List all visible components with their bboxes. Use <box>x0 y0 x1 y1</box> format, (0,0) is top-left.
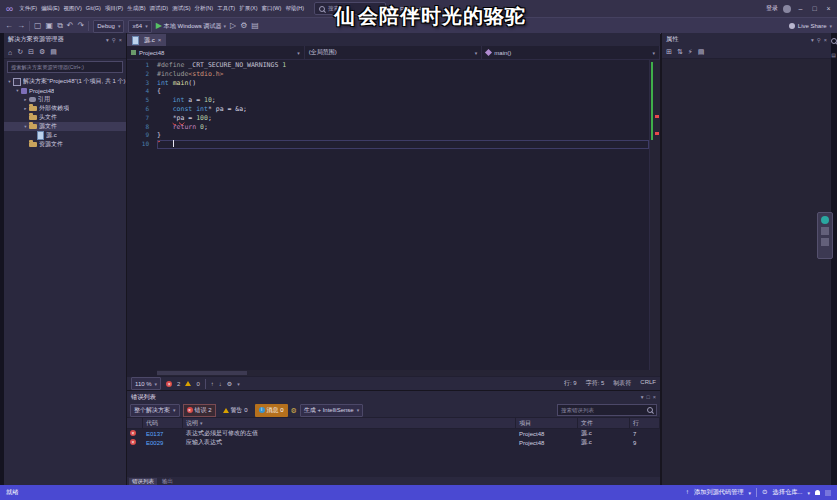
editor-tab[interactable]: 源.c × <box>127 34 166 46</box>
code-line[interactable]: 7 *pa = 100; <box>127 114 649 123</box>
close-icon[interactable]: × <box>653 394 656 400</box>
file-column-header[interactable]: 文件 <box>578 418 630 428</box>
scrollbar-thumb[interactable] <box>157 371 247 375</box>
pin-icon[interactable]: ⚲ <box>112 37 116 43</box>
editor-horizontal-scrollbar[interactable] <box>157 370 650 376</box>
expander-icon[interactable]: ▸ <box>22 106 29 111</box>
grid-tool-icon[interactable]: ▤ <box>251 22 259 30</box>
tree-item[interactable]: ▾解决方案"Project48"(1 个项目, 共 1 个) <box>4 77 126 86</box>
messages-filter-button[interactable]: 消息 0 <box>255 404 288 417</box>
tab-output[interactable]: 输出 <box>159 478 176 485</box>
tree-item[interactable]: ▸外部依赖项 <box>4 104 126 113</box>
tree-item[interactable]: 头文件 <box>4 113 126 122</box>
scope-dropdown[interactable]: (全局范围) ▾ <box>305 46 483 59</box>
code-editor[interactable]: 1#define _CRT_SECURE_NO_WARNINGS 12#incl… <box>127 60 660 376</box>
eol-indicator[interactable]: CRLF <box>640 379 656 388</box>
tree-item[interactable]: 资源文件 <box>4 140 126 149</box>
add-to-source-control-button[interactable]: 添加到源代码管理 <box>694 488 744 497</box>
expander-icon[interactable]: ▾ <box>22 124 29 129</box>
minimize-button[interactable]: – <box>796 5 805 12</box>
save-all-icon[interactable]: ⧉ <box>57 22 63 30</box>
save-icon[interactable]: ▣ <box>46 22 54 30</box>
line-column-header[interactable]: 行 <box>630 418 660 428</box>
categorized-icon[interactable]: ⊞ <box>666 48 672 56</box>
code-line[interactable]: 4{ <box>127 87 649 96</box>
menu-item[interactable]: 视图(V) <box>62 3 84 14</box>
code-line[interactable]: 6 const int* pa = &a; <box>127 105 649 114</box>
indent-indicator[interactable]: 制表符 <box>613 379 631 388</box>
errors-filter-button[interactable]: 错误 2 <box>183 404 216 417</box>
scope-filter-dropdown[interactable]: 整个解决方案 ▾ <box>130 404 180 417</box>
live-share-button[interactable]: Live Share ▾ <box>789 23 832 29</box>
tree-item[interactable]: ▾Project48 <box>4 86 126 95</box>
project-dropdown[interactable]: Project48 ▾ <box>127 46 305 59</box>
property-pages-icon[interactable]: ⚡ <box>688 48 693 56</box>
solution-explorer-header[interactable]: 解决方案资源管理器 ▾ ⚲ × <box>4 33 126 46</box>
new-file-icon[interactable]: ▢ <box>34 22 42 30</box>
menu-item[interactable]: 帮助(H) <box>283 3 306 14</box>
navigate-back-icon[interactable]: ← <box>5 22 13 30</box>
error-count-icon[interactable] <box>166 381 172 387</box>
zoom-dropdown[interactable]: 110 % ▾ <box>131 377 161 390</box>
undo-icon[interactable]: ↶ <box>67 22 74 30</box>
menu-item[interactable]: 分析(N) <box>193 3 216 14</box>
description-column-header[interactable]: 说明 ▾ <box>183 418 516 428</box>
select-repository-button[interactable]: 选择仓库... <box>773 488 803 497</box>
error-list-header[interactable]: 错误列表 ▾ □ × <box>127 391 660 403</box>
menu-item[interactable]: 调试(D) <box>148 3 171 14</box>
menu-item[interactable]: Git(G) <box>84 3 103 14</box>
collapse-all-icon[interactable]: ⊟ <box>28 48 34 56</box>
grid-view-icon[interactable]: ▤ <box>698 48 705 56</box>
menu-item[interactable]: 测试(S) <box>170 3 192 14</box>
code-column-header[interactable]: 代码 <box>143 418 183 428</box>
tab-error-list[interactable]: 错误列表 <box>129 478 157 485</box>
settings-gear-icon[interactable]: ⚙ <box>240 22 247 30</box>
refresh-icon[interactable]: ↻ <box>17 48 23 56</box>
notifications-bell-icon[interactable] <box>815 490 820 495</box>
tree-item[interactable]: ▾源文件 <box>4 122 126 131</box>
expander-icon[interactable]: ▾ <box>6 79 13 84</box>
properties-gear-icon[interactable]: ⚙ <box>39 48 45 56</box>
menu-item[interactable]: 编辑(E) <box>39 3 61 14</box>
window-position-icon[interactable]: ▾ <box>811 37 814 43</box>
expander-icon[interactable]: ▾ <box>14 88 21 93</box>
error-row[interactable]: E0137表达式必须是可修改的左值Project48源.c7 <box>127 429 660 438</box>
tree-item[interactable]: ▸引用 <box>4 95 126 104</box>
next-issue-icon[interactable]: ↓ <box>219 381 222 387</box>
start-debugging-button[interactable]: ▶ 本地 Windows 调试器 ▾ <box>156 22 226 31</box>
error-row[interactable]: E0029应输入表达式Project48源.c9 <box>127 438 660 447</box>
collapsed-search-panel-icon[interactable] <box>831 38 837 44</box>
collapsed-properties-panel-icon[interactable]: ▤ <box>831 52 836 58</box>
redo-icon[interactable]: ↷ <box>78 22 85 30</box>
window-position-icon[interactable]: ▾ <box>106 37 109 43</box>
code-line[interactable]: 2#include<stdio.h> <box>127 70 649 79</box>
warning-count-icon[interactable] <box>185 381 191 386</box>
alphabetical-sort-icon[interactable]: ⇅ <box>677 48 683 56</box>
code-line[interactable]: 8 return 0; <box>127 123 649 132</box>
project-column-header[interactable]: 项目 <box>516 418 578 428</box>
start-without-debugging-icon[interactable]: ▷ <box>230 22 236 30</box>
preview-icon[interactable]: ▤ <box>50 48 57 56</box>
menu-item[interactable]: 工具(T) <box>215 3 237 14</box>
maximize-button[interactable]: □ <box>810 5 819 12</box>
issues-settings-icon[interactable]: ⚙ <box>227 380 232 387</box>
sign-in-button[interactable]: 登录 <box>766 4 778 13</box>
configuration-dropdown[interactable]: Debug ▾ <box>93 20 124 33</box>
expander-icon[interactable]: ▸ <box>22 97 29 102</box>
menu-item[interactable]: 生成(B) <box>125 3 147 14</box>
wrench-icon[interactable]: ⚙ <box>291 407 297 414</box>
error-list-search-input[interactable]: 搜索错误列表 <box>557 404 657 416</box>
window-position-icon[interactable]: ▾ <box>641 394 644 400</box>
platform-dropdown[interactable]: x64 ▾ <box>128 20 151 33</box>
code-line[interactable]: 5 int a = 10; <box>127 96 649 105</box>
tree-item[interactable]: 源.c <box>4 131 126 140</box>
code-line[interactable]: 3int main() <box>127 79 649 88</box>
member-dropdown[interactable]: main() ▾ <box>482 46 660 59</box>
close-icon[interactable]: × <box>824 37 827 43</box>
code-line[interactable]: 1#define _CRT_SECURE_NO_WARNINGS 1 <box>127 61 649 70</box>
menu-item[interactable]: 扩展(X) <box>237 3 259 14</box>
close-icon[interactable]: × <box>119 37 122 43</box>
editor-vertical-scrollbar[interactable] <box>649 60 660 376</box>
source-filter-dropdown[interactable]: 生成 + IntelliSense ▾ <box>300 404 363 417</box>
menu-item[interactable]: 窗口(W) <box>260 3 284 14</box>
